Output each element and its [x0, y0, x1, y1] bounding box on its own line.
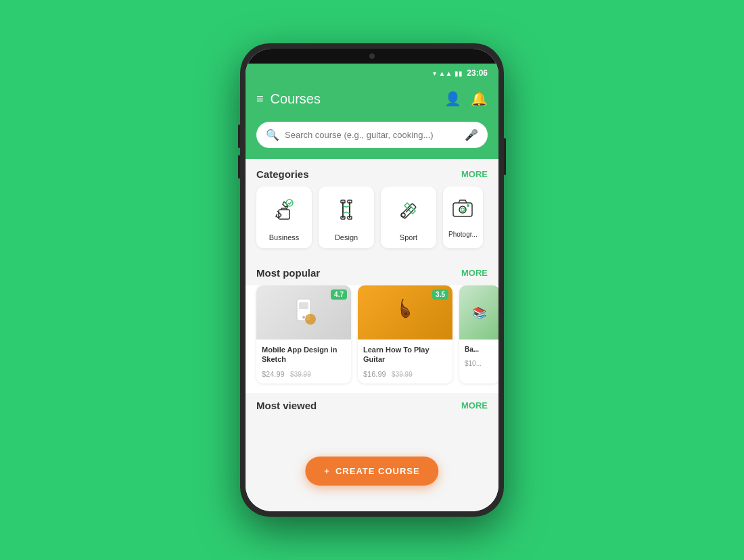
- category-card-design[interactable]: Design: [319, 187, 374, 248]
- profile-icon[interactable]: 👤: [444, 91, 461, 107]
- popular-scroll: 4.7 Mobile App Design in Sketch $24.99 $…: [246, 285, 498, 393]
- battery-icon: ▮▮: [455, 70, 463, 77]
- categories-scroll: Business: [246, 187, 498, 258]
- power-button: [504, 138, 506, 175]
- course-price-mobile: $24.99: [262, 370, 285, 378]
- most-viewed-title: Most viewed: [256, 400, 317, 411]
- svg-point-14: [467, 204, 469, 207]
- svg-point-21: [404, 312, 407, 315]
- category-card-business[interactable]: Business: [256, 187, 312, 248]
- header-title: Courses: [271, 91, 321, 107]
- status-time: 23:06: [467, 68, 488, 78]
- course-title-guitar: Learn How To Play Guitar: [363, 345, 447, 365]
- course-price-guitar: $16.99: [363, 370, 386, 378]
- mic-icon[interactable]: 🎤: [465, 129, 478, 141]
- search-bar: 🔍 🎤: [256, 122, 488, 148]
- category-label-design: Design: [335, 233, 358, 241]
- svg-point-17: [302, 316, 305, 319]
- status-bar: ▾ ▲▲ ▮▮ 23:06: [246, 64, 498, 83]
- volume-up-button: [238, 124, 240, 148]
- most-viewed-header: Most viewed MORE: [246, 393, 498, 418]
- most-viewed-more[interactable]: MORE: [461, 400, 488, 411]
- volume-down-button: [238, 155, 240, 179]
- course-original-price-mobile: $39.99: [290, 371, 311, 378]
- course-info-guitar: Learn How To Play Guitar $16.99 $39.99: [358, 340, 452, 383]
- sport-icon: [395, 196, 422, 228]
- popular-more[interactable]: MORE: [461, 268, 488, 278]
- svg-rect-8: [401, 204, 417, 219]
- svg-point-13: [461, 208, 465, 212]
- design-icon: [333, 196, 360, 228]
- course-pricing-guitar: $16.99 $39.99: [363, 367, 447, 379]
- svg-rect-11: [453, 203, 472, 216]
- business-icon: [271, 196, 298, 228]
- popular-title: Most popular: [256, 267, 320, 279]
- course-image-mobile: 4.7: [256, 285, 351, 340]
- category-card-photography[interactable]: Photogr...: [443, 187, 483, 248]
- app-header: ≡ Courses 👤 🔔: [246, 83, 498, 115]
- header-left: ≡ Courses: [256, 91, 321, 107]
- course-title-third: Ba...: [465, 345, 494, 354]
- header-right: 👤 🔔: [444, 91, 488, 107]
- svg-point-1: [286, 200, 293, 206]
- phone-frame: ▾ ▲▲ ▮▮ 23:06 ≡ Courses 👤 🔔 🔍 🎤: [240, 43, 504, 517]
- photography-icon: [450, 196, 475, 225]
- category-label-business: Business: [269, 233, 300, 241]
- search-input[interactable]: [285, 130, 459, 140]
- signal-icon: ▲▲: [439, 70, 452, 77]
- rating-badge-1: 4.7: [331, 289, 347, 300]
- course-pricing-mobile: $24.99 $39.99: [262, 367, 346, 379]
- create-course-label: CREATE COURSE: [335, 466, 420, 476]
- course-thumbnail-third: 📚: [459, 285, 498, 340]
- status-icons: ▾ ▲▲ ▮▮: [433, 70, 463, 77]
- course-card-third[interactable]: 📚 Ba... $10...: [459, 285, 498, 383]
- search-container: 🔍 🎤: [246, 115, 498, 159]
- svg-point-18: [305, 314, 316, 325]
- camera-area: [246, 49, 498, 64]
- course-card-mobile[interactable]: 4.7 Mobile App Design in Sketch $24.99 $…: [256, 285, 351, 383]
- course-original-price-guitar: $39.99: [392, 371, 413, 378]
- popular-header: Most popular MORE: [246, 258, 498, 285]
- wifi-icon: ▾: [433, 70, 436, 77]
- course-card-guitar[interactable]: 3.5 Learn How To Play Guitar $16.99 $39.…: [358, 285, 452, 383]
- course-image-guitar: 3.5: [358, 285, 452, 340]
- create-course-plus-icon: +: [324, 466, 330, 476]
- course-image-third: 📚: [459, 285, 498, 340]
- categories-header: Categories MORE: [246, 159, 498, 187]
- notification-icon[interactable]: 🔔: [471, 91, 488, 107]
- course-info-third: Ba... $10...: [459, 340, 498, 373]
- category-label-sport: Sport: [400, 233, 417, 241]
- svg-line-19: [402, 299, 403, 302]
- rating-badge-2: 3.5: [432, 289, 448, 300]
- course-info-mobile: Mobile App Design in Sketch $24.99 $39.9…: [256, 340, 351, 383]
- camera-dot: [369, 53, 375, 59]
- svg-rect-16: [299, 302, 308, 309]
- course-title-mobile: Mobile App Design in Sketch: [262, 345, 346, 365]
- category-label-photography: Photogr...: [448, 231, 478, 238]
- search-icon: 🔍: [266, 129, 279, 141]
- categories-more[interactable]: MORE: [461, 169, 488, 179]
- phone-screen: ▾ ▲▲ ▮▮ 23:06 ≡ Courses 👤 🔔 🔍 🎤: [246, 49, 498, 511]
- category-card-sport[interactable]: Sport: [381, 187, 436, 248]
- create-course-button[interactable]: + CREATE COURSE: [305, 457, 438, 486]
- categories-title: Categories: [256, 168, 309, 180]
- menu-icon[interactable]: ≡: [256, 93, 264, 105]
- course-price-third: $10...: [465, 360, 482, 367]
- popular-section: Most popular MORE: [246, 258, 498, 393]
- svg-point-12: [459, 206, 466, 213]
